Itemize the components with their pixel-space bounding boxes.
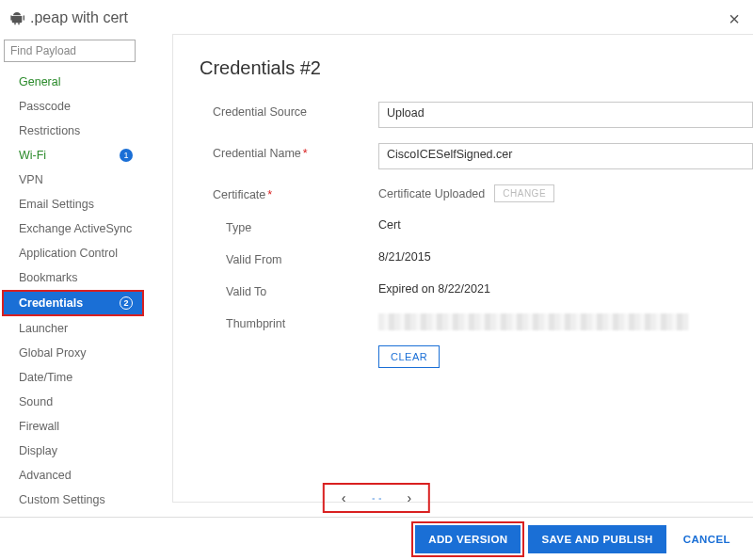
sidebar-item-label: Display <box>19 444 57 457</box>
sidebar-item-display[interactable]: Display <box>4 439 142 463</box>
sidebar-item-label: Credentials <box>19 296 83 310</box>
footer-bar: ADD VERSION SAVE AND PUBLISH CANCEL <box>0 517 753 560</box>
credential-source-label: Credential Source <box>200 102 378 119</box>
sidebar-item-appcontrol[interactable]: Application Control <box>4 241 142 265</box>
credential-source-select[interactable]: Upload <box>378 102 753 128</box>
valid-to-label: Valid To <box>200 281 378 298</box>
sidebar-item-label: Application Control <box>19 247 118 260</box>
sidebar-item-exchange[interactable]: Exchange ActiveSync <box>4 216 142 241</box>
sidebar-item-label: Sound <box>19 395 53 408</box>
valid-from-value: 8/21/2015 <box>378 250 431 264</box>
sidebar-item-label: Restrictions <box>19 124 80 137</box>
sidebar-item-label: Passcode <box>19 100 71 113</box>
sidebar-item-vpn[interactable]: VPN <box>4 168 142 192</box>
sidebar-item-label: Global Proxy <box>19 346 87 360</box>
required-star-icon: * <box>267 188 272 201</box>
count-badge: 1 <box>120 149 133 162</box>
sidebar-item-label: Email Settings <box>19 198 94 211</box>
sidebar-item-label: Advanced <box>19 469 72 482</box>
sidebar-item-bookmarks[interactable]: Bookmarks <box>4 265 142 290</box>
required-star-icon: * <box>303 147 308 160</box>
add-version-button[interactable]: ADD VERSION <box>415 525 521 553</box>
clear-button[interactable]: CLEAR <box>378 345 440 368</box>
sidebar-item-email[interactable]: Email Settings <box>4 192 142 216</box>
sidebar-item-label: Custom Settings <box>19 493 105 506</box>
find-payload-input[interactable] <box>4 40 136 62</box>
sidebar-item-wifi[interactable]: Wi-Fi1 <box>4 143 142 168</box>
credential-name-label: Credential Name* <box>200 143 378 160</box>
close-icon[interactable]: × <box>729 9 740 28</box>
sidebar-item-firewall[interactable]: Firewall <box>4 414 142 439</box>
sidebar-item-sound[interactable]: Sound <box>4 390 142 414</box>
valid-from-label: Valid From <box>200 249 378 266</box>
panel-title: Credentials #2 <box>200 57 753 79</box>
change-button[interactable]: CHANGE <box>494 184 554 202</box>
window-title: .peap with cert <box>30 9 128 26</box>
pager: ‹ ˗ ˗ › <box>323 483 430 513</box>
pager-prev-icon[interactable]: ‹ <box>332 488 356 507</box>
sidebar-item-launcher[interactable]: Launcher <box>4 316 142 341</box>
cancel-button[interactable]: CANCEL <box>674 525 740 553</box>
sidebar-item-label: Wi-Fi <box>19 149 46 162</box>
sidebar-item-label: Date/Time <box>19 371 72 384</box>
certificate-label: Certificate* <box>200 184 378 201</box>
sidebar-item-label: Launcher <box>19 322 68 335</box>
sidebar-item-label: Bookmarks <box>19 271 78 284</box>
certificate-uploaded-text: Certificate Uploaded <box>378 187 485 200</box>
save-publish-button[interactable]: SAVE AND PUBLISH <box>528 525 665 553</box>
type-label: Type <box>200 217 378 234</box>
sidebar-item-label: VPN <box>19 173 43 186</box>
type-value: Cert <box>378 218 401 232</box>
sidebar-item-label: Firewall <box>19 420 59 433</box>
sidebar-item-passcode[interactable]: Passcode <box>4 94 142 119</box>
android-icon <box>9 10 24 25</box>
valid-to-value: Expired on 8/22/2021 <box>378 282 490 296</box>
sidebar-item-label: General <box>19 75 60 88</box>
thumbprint-label: Thumbprint <box>200 313 378 330</box>
thumbprint-value <box>378 313 689 330</box>
sidebar-item-label: Exchange ActiveSync <box>19 222 132 235</box>
count-badge: 2 <box>120 296 133 310</box>
sidebar-item-datetime[interactable]: Date/Time <box>4 365 142 390</box>
pager-indicator: ˗ ˗ <box>372 492 380 504</box>
sidebar-item-globalproxy[interactable]: Global Proxy <box>4 341 142 365</box>
main-panel: Credentials #2 Credential Source Upload … <box>172 34 753 503</box>
sidebar-item-advanced[interactable]: Advanced <box>4 463 142 488</box>
sidebar-item-general[interactable]: General <box>4 70 142 94</box>
sidebar-item-restrictions[interactable]: Restrictions <box>4 119 142 143</box>
credential-name-input[interactable]: CiscoICESelfSigned.cer <box>378 143 753 169</box>
sidebar-item-credentials[interactable]: Credentials2 <box>2 290 144 316</box>
pager-next-icon[interactable]: › <box>398 488 422 507</box>
sidebar-item-custom[interactable]: Custom Settings <box>4 488 142 512</box>
sidebar: General Passcode Restrictions Wi-Fi1 VPN… <box>0 34 146 503</box>
